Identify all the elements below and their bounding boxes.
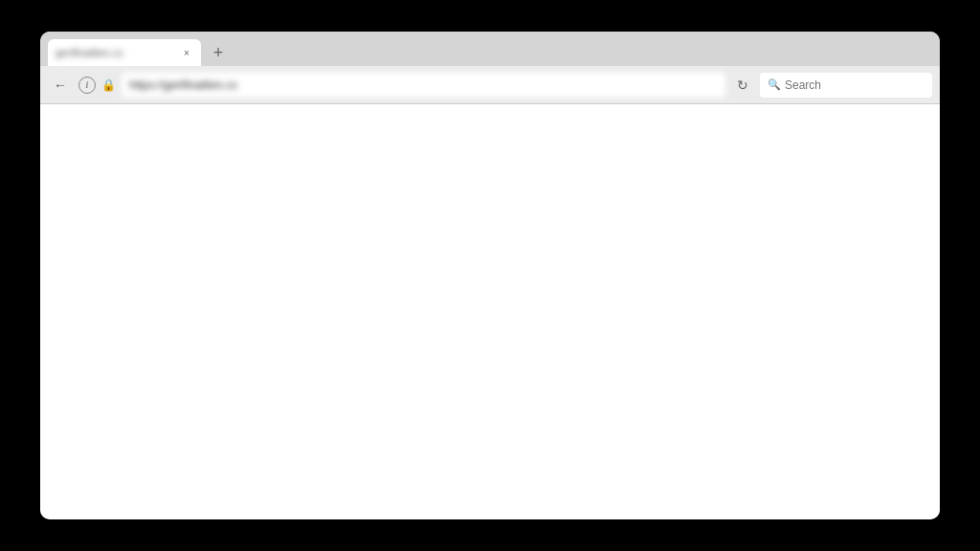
page-content xyxy=(40,104,940,519)
refresh-button[interactable]: ↻ xyxy=(731,74,754,97)
info-icon[interactable]: i xyxy=(78,77,96,94)
browser-tab[interactable]: gertfinaltien.cc × xyxy=(48,39,201,66)
tab-title: gertfinaltien.cc xyxy=(56,47,174,58)
lock-icon: 🔒 xyxy=(101,78,116,92)
new-tab-button[interactable]: + xyxy=(205,39,232,66)
browser-window: gertfinaltien.cc × + ← i 🔒 ↻ 🔍 xyxy=(40,32,940,519)
url-input[interactable] xyxy=(122,73,725,98)
back-button[interactable]: ← xyxy=(48,73,73,98)
search-input[interactable] xyxy=(760,73,932,98)
tab-bar: gertfinaltien.cc × + xyxy=(40,32,940,66)
tab-close-button[interactable]: × xyxy=(180,46,193,59)
address-bar: ← i 🔒 ↻ 🔍 xyxy=(40,66,940,104)
search-container: 🔍 xyxy=(760,73,932,98)
